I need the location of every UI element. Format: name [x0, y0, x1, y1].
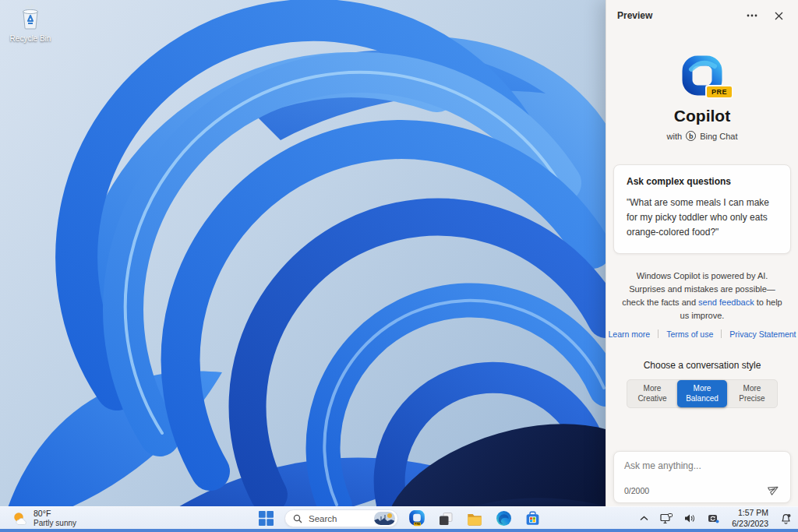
- edge-icon: [496, 510, 512, 527]
- taskbar-search-box[interactable]: Search: [284, 509, 398, 527]
- subtitle-prefix: with: [667, 132, 683, 141]
- chat-input[interactable]: [624, 460, 780, 471]
- microsoft-store-icon: [524, 510, 541, 527]
- recycle-bin-icon: [19, 5, 42, 30]
- bing-logo-icon: b: [686, 131, 696, 141]
- windows-desktop: Recycle Bin Preview: [0, 0, 798, 532]
- ethernet-network-icon: [660, 513, 673, 524]
- character-counter: 0/2000: [624, 486, 649, 495]
- clock-time: 1:57 PM: [732, 508, 768, 519]
- send-feedback-link[interactable]: send feedback: [698, 298, 754, 307]
- recycle-bin-shortcut[interactable]: Recycle Bin: [6, 5, 55, 43]
- copilot-subtitle: with b Bing Chat: [606, 131, 798, 141]
- conversation-style-heading: Choose a conversation style: [606, 360, 798, 371]
- subtitle-brand: Bing Chat: [700, 132, 737, 141]
- more-options-button[interactable]: [743, 9, 761, 23]
- send-icon: [768, 483, 780, 495]
- style-option-balanced[interactable]: More Balanced: [677, 380, 727, 407]
- speaker-icon: [684, 513, 696, 523]
- link-divider: [658, 329, 659, 338]
- learn-more-link[interactable]: Learn more: [608, 329, 650, 339]
- search-icon: [293, 514, 302, 523]
- conversation-style-picker: More Creative More Balanced More Precise: [627, 379, 778, 408]
- clock[interactable]: 1:57 PM 6/23/2023: [729, 508, 772, 529]
- pre-badge: PRE: [705, 85, 733, 99]
- svg-text:PRE: PRE: [415, 523, 421, 526]
- copilot-taskbar-icon: PRE: [408, 510, 425, 527]
- windows-logo-icon: [259, 511, 274, 526]
- screen-bottom-edge: [0, 529, 798, 532]
- volume-button[interactable]: [682, 511, 698, 526]
- taskbar-copilot-button[interactable]: PRE: [407, 509, 427, 529]
- notification-bell-icon: [781, 513, 791, 524]
- microsoft-store-button[interactable]: [522, 509, 542, 529]
- copilot-panel-header: Preview: [606, 0, 798, 27]
- recycle-bin-label: Recycle Bin: [6, 34, 55, 43]
- copilot-logo: PRE: [680, 54, 724, 97]
- close-panel-button[interactable]: [770, 9, 787, 23]
- desktop-wallpaper: [0, 0, 606, 532]
- style-option-creative[interactable]: More Creative: [627, 380, 677, 407]
- bing-daily-image-icon: [374, 512, 395, 525]
- copilot-title: Copilot: [606, 107, 798, 125]
- taskbar: 80°F Partly sunny Search: [0, 506, 798, 529]
- style-option-precise[interactable]: More Precise: [727, 380, 777, 407]
- start-button[interactable]: [256, 509, 276, 529]
- copilot-panel: Preview: [606, 0, 798, 506]
- chat-input-card: 0/2000: [613, 451, 791, 503]
- weather-text: 80°F Partly sunny: [34, 509, 76, 529]
- suggestion-card-quote: "What are some meals I can make for my p…: [627, 196, 778, 241]
- file-explorer-icon: [466, 510, 483, 527]
- ellipsis-icon: [747, 14, 757, 17]
- task-view-icon: [438, 511, 454, 527]
- weather-temperature: 80°F: [34, 509, 76, 519]
- sync-status-button[interactable]: [705, 511, 722, 526]
- chevron-up-icon: [640, 516, 648, 521]
- edge-browser-button[interactable]: [493, 509, 514, 529]
- hidden-icons-button[interactable]: [637, 513, 651, 523]
- preview-label: Preview: [617, 10, 652, 21]
- legal-links: Learn more Terms of use Privacy Statemen…: [606, 329, 798, 339]
- close-icon: [775, 12, 783, 20]
- notification-center-button[interactable]: [779, 511, 793, 527]
- partly-sunny-icon: [12, 511, 28, 527]
- link-divider: [721, 329, 722, 338]
- suggestion-card[interactable]: Ask complex questions "What are some mea…: [613, 164, 791, 254]
- search-highlight-thumbnail: [374, 512, 395, 525]
- taskbar-center: Search PRE: [256, 507, 542, 530]
- network-status-button[interactable]: [658, 511, 675, 527]
- privacy-statement-link[interactable]: Privacy Statement: [729, 329, 796, 339]
- send-button[interactable]: [768, 483, 780, 495]
- sync-icon: [708, 513, 719, 523]
- terms-of-use-link[interactable]: Terms of use: [666, 329, 713, 339]
- task-view-button[interactable]: [436, 509, 456, 529]
- taskbar-system-tray: 1:57 PM 6/23/2023: [637, 507, 793, 530]
- clock-date: 6/23/2023: [732, 519, 768, 530]
- weather-widget[interactable]: 80°F Partly sunny: [8, 507, 81, 530]
- suggestion-card-title: Ask complex questions: [627, 176, 778, 187]
- bloom-wallpaper-art: [0, 0, 606, 532]
- file-explorer-button[interactable]: [464, 509, 485, 529]
- search-placeholder: Search: [309, 514, 368, 523]
- weather-condition: Partly sunny: [34, 519, 76, 529]
- ai-disclaimer: Windows Copilot is powered by AI. Surpri…: [618, 270, 786, 322]
- copilot-branding: PRE Copilot with b Bing Chat: [606, 54, 798, 141]
